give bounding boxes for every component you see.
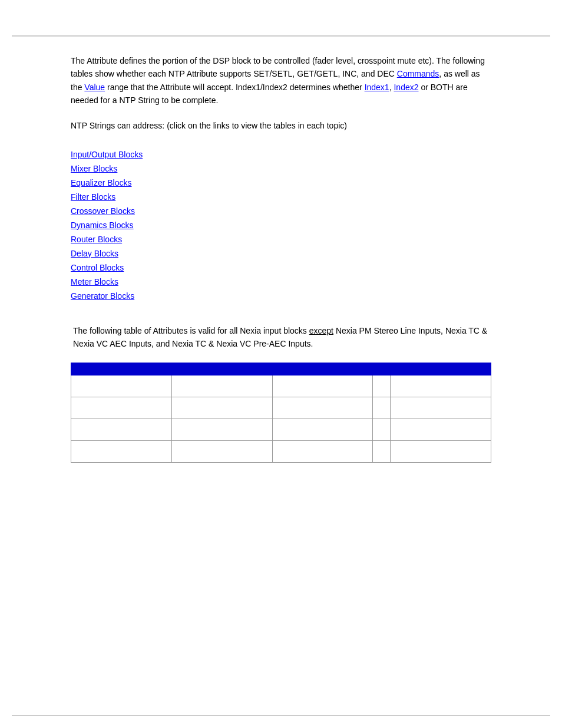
dynamics-blocks-link[interactable]: Dynamics Blocks bbox=[71, 220, 134, 230]
value-link[interactable]: Value bbox=[84, 83, 105, 92]
list-item: Router Blocks bbox=[71, 235, 491, 244]
index2-link[interactable]: Index2 bbox=[394, 83, 418, 92]
control-blocks-link[interactable]: Control Blocks bbox=[71, 263, 124, 272]
table-cell bbox=[171, 440, 272, 462]
table-header-col5 bbox=[391, 363, 491, 375]
index1-link[interactable]: Index1 bbox=[365, 83, 389, 92]
table-header-col1 bbox=[71, 363, 172, 375]
table-cell bbox=[373, 440, 391, 462]
list-item: Crossover Blocks bbox=[71, 206, 491, 216]
crossover-blocks-link[interactable]: Crossover Blocks bbox=[71, 206, 135, 216]
table-cell bbox=[272, 419, 373, 440]
generator-blocks-link[interactable]: Generator Blocks bbox=[71, 291, 134, 301]
table-cell bbox=[272, 397, 373, 419]
table-cell bbox=[71, 397, 172, 419]
table-cell bbox=[171, 375, 272, 397]
table-cell bbox=[391, 440, 491, 462]
bottom-border bbox=[12, 715, 550, 716]
table-row bbox=[71, 397, 491, 419]
ntp-strings-text: NTP Strings can address: (click on the l… bbox=[71, 119, 491, 132]
content-area: The Attribute defines the portion of the… bbox=[0, 37, 562, 715]
delay-blocks-link[interactable]: Delay Blocks bbox=[71, 249, 118, 258]
table-cell bbox=[71, 440, 172, 462]
list-item: Filter Blocks bbox=[71, 192, 491, 202]
table-header-col2 bbox=[171, 363, 272, 375]
table-intro-text: The following table of Attributes is val… bbox=[71, 324, 491, 351]
table-cell bbox=[391, 375, 491, 397]
commands-link[interactable]: Commands bbox=[397, 69, 439, 78]
list-item: Meter Blocks bbox=[71, 277, 491, 286]
table-cell bbox=[71, 419, 172, 440]
table-row bbox=[71, 375, 491, 397]
filter-blocks-link[interactable]: Filter Blocks bbox=[71, 192, 115, 202]
router-blocks-link[interactable]: Router Blocks bbox=[71, 235, 122, 244]
table-cell bbox=[171, 397, 272, 419]
intro-paragraph: The Attribute defines the portion of the… bbox=[71, 54, 491, 107]
table-cell bbox=[391, 419, 491, 440]
list-item: Control Blocks bbox=[71, 263, 491, 272]
page-wrapper: The Attribute defines the portion of the… bbox=[0, 0, 562, 728]
table-cell bbox=[391, 397, 491, 419]
table-row bbox=[71, 419, 491, 440]
attributes-table bbox=[71, 363, 491, 463]
table-cell bbox=[272, 440, 373, 462]
meter-blocks-link[interactable]: Meter Blocks bbox=[71, 277, 118, 286]
table-cell bbox=[373, 375, 391, 397]
table-cell bbox=[71, 375, 172, 397]
list-item: Input/Output Blocks bbox=[71, 150, 491, 159]
table-cell bbox=[373, 397, 391, 419]
equalizer-blocks-link[interactable]: Equalizer Blocks bbox=[71, 178, 132, 187]
list-item: Equalizer Blocks bbox=[71, 178, 491, 187]
table-header-col3 bbox=[272, 363, 373, 375]
list-item: Generator Blocks bbox=[71, 291, 491, 301]
list-item: Delay Blocks bbox=[71, 249, 491, 258]
table-cell bbox=[272, 375, 373, 397]
table-row bbox=[71, 440, 491, 462]
table-header-col4 bbox=[373, 363, 391, 375]
links-list: Input/Output Blocks Mixer Blocks Equaliz… bbox=[71, 150, 491, 301]
except-text: except bbox=[309, 326, 333, 335]
input-output-blocks-link[interactable]: Input/Output Blocks bbox=[71, 150, 143, 159]
list-item: Dynamics Blocks bbox=[71, 220, 491, 230]
list-item: Mixer Blocks bbox=[71, 164, 491, 173]
mixer-blocks-link[interactable]: Mixer Blocks bbox=[71, 164, 117, 173]
table-header-row bbox=[71, 363, 491, 375]
table-cell bbox=[171, 419, 272, 440]
table-cell bbox=[373, 419, 391, 440]
